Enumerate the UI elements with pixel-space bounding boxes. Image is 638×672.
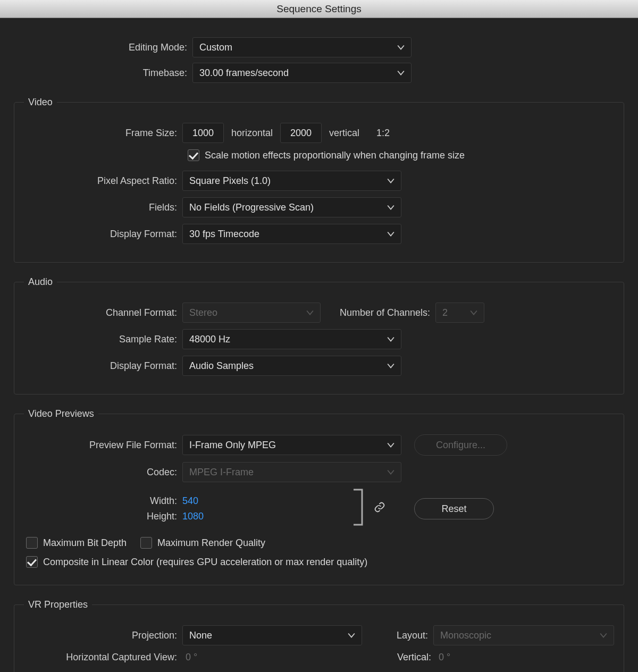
chevron-down-icon	[397, 44, 405, 51]
timebase-dropdown[interactable]: 30.00 frames/second	[192, 63, 412, 83]
pixel-aspect-label: Pixel Aspect Ratio:	[24, 175, 182, 187]
codec-value: MPEG I-Frame	[189, 467, 254, 477]
video-display-format-value: 30 fps Timecode	[189, 229, 259, 239]
video-previews-group: Video Previews Preview File Format: I-Fr…	[14, 408, 624, 585]
fields-value: No Fields (Progressive Scan)	[189, 202, 314, 213]
video-previews-legend: Video Previews	[24, 408, 98, 419]
horizontal-captured-view-label: Horizontal Captured View:	[24, 652, 182, 663]
preview-file-format-dropdown[interactable]: I-Frame Only MPEG	[182, 435, 401, 455]
chevron-down-icon	[348, 632, 355, 639]
max-bit-depth-label: Maximum Bit Depth	[43, 537, 127, 549]
chevron-down-icon	[600, 632, 607, 639]
preview-width-value[interactable]: 540	[182, 495, 198, 507]
chevron-down-icon	[470, 309, 477, 316]
codec-dropdown: MPEG I-Frame	[182, 462, 401, 482]
video-legend: Video	[24, 97, 57, 108]
sample-rate-dropdown[interactable]: 48000 Hz	[182, 329, 401, 349]
sample-rate-label: Sample Rate:	[24, 334, 182, 345]
vertical-label: Vertical:	[382, 652, 435, 663]
scale-motion-label: Scale motion effects proportionally when…	[205, 150, 465, 161]
vr-legend: VR Properties	[24, 599, 92, 610]
aspect-ratio-value: 1:2	[376, 128, 390, 139]
layout-label: Layout:	[397, 630, 428, 641]
video-display-format-label: Display Format:	[24, 229, 182, 240]
preview-file-format-value: I-Frame Only MPEG	[189, 440, 276, 450]
chevron-down-icon	[306, 309, 314, 316]
composite-linear-label: Composite in Linear Color (requires GPU …	[43, 557, 367, 568]
num-channels-label: Number of Channels:	[340, 307, 430, 318]
fields-dropdown[interactable]: No Fields (Progressive Scan)	[182, 197, 401, 217]
projection-value: None	[189, 630, 212, 641]
vertical-captured-view-value: 0 °	[439, 652, 614, 663]
editing-mode-label: Editing Mode:	[14, 42, 192, 53]
audio-display-format-label: Display Format:	[24, 360, 182, 372]
chevron-down-icon	[397, 69, 405, 77]
channel-format-dropdown: Stereo	[182, 303, 321, 323]
dialog-content: Editing Mode: Custom Timebase: 30.00 fra…	[0, 18, 638, 672]
codec-label: Codec:	[24, 467, 182, 478]
layout-dropdown: Monoscopic	[433, 625, 614, 645]
vr-properties-group: VR Properties Projection: None Layout: M…	[14, 599, 624, 672]
chevron-down-icon	[387, 335, 394, 343]
editing-mode-dropdown[interactable]: Custom	[192, 37, 412, 57]
video-group: Video Frame Size: 1000 horizontal 2000 v…	[14, 97, 624, 263]
chevron-down-icon	[387, 204, 394, 211]
chevron-down-icon	[387, 362, 394, 369]
frame-width-input[interactable]: 1000	[182, 123, 224, 143]
max-render-quality-checkbox[interactable]	[140, 537, 152, 549]
pixel-aspect-dropdown[interactable]: Square Pixels (1.0)	[182, 171, 401, 191]
max-bit-depth-checkbox[interactable]	[26, 537, 38, 549]
frame-size-label: Frame Size:	[24, 128, 182, 139]
chevron-down-icon	[387, 468, 394, 476]
preview-height-label: Height:	[24, 511, 182, 522]
horizontal-captured-view-value: 0 °	[186, 652, 197, 663]
horizontal-label: horizontal	[231, 128, 273, 139]
chevron-down-icon	[387, 230, 394, 238]
projection-label: Projection:	[24, 630, 182, 641]
link-icon[interactable]	[374, 501, 385, 516]
fields-label: Fields:	[24, 202, 182, 213]
video-display-format-dropdown[interactable]: 30 fps Timecode	[182, 224, 401, 244]
audio-display-format-dropdown[interactable]: Audio Samples	[182, 356, 401, 376]
num-channels-dropdown: 2	[435, 303, 484, 323]
projection-dropdown[interactable]: None	[182, 625, 362, 645]
timebase-value: 30.00 frames/second	[199, 68, 289, 78]
channel-format-value: Stereo	[189, 307, 217, 318]
frame-height-input[interactable]: 2000	[280, 123, 322, 143]
pixel-aspect-value: Square Pixels (1.0)	[189, 175, 271, 186]
channel-format-label: Channel Format:	[24, 307, 182, 318]
window-title: Sequence Settings	[0, 0, 638, 18]
sample-rate-value: 48000 Hz	[189, 334, 230, 345]
preview-file-format-label: Preview File Format:	[24, 440, 182, 451]
reset-button[interactable]: Reset	[414, 498, 494, 519]
num-channels-value: 2	[442, 307, 448, 318]
configure-button: Configure...	[414, 434, 507, 456]
preview-height-value[interactable]: 1080	[182, 511, 204, 522]
chevron-down-icon	[387, 177, 394, 184]
chevron-down-icon	[387, 441, 394, 449]
audio-group: Audio Channel Format: Stereo Number of C…	[14, 276, 624, 394]
editing-mode-value: Custom	[199, 42, 232, 53]
link-bracket-icon	[352, 489, 366, 528]
preview-width-label: Width:	[24, 495, 182, 507]
timebase-label: Timebase:	[14, 68, 192, 79]
audio-legend: Audio	[24, 276, 57, 288]
layout-value: Monoscopic	[440, 630, 491, 641]
audio-display-format-value: Audio Samples	[189, 360, 254, 371]
composite-linear-checkbox[interactable]	[26, 556, 38, 568]
max-render-quality-label: Maximum Render Quality	[157, 537, 265, 549]
vertical-label: vertical	[329, 128, 359, 139]
scale-motion-checkbox[interactable]	[188, 149, 199, 161]
